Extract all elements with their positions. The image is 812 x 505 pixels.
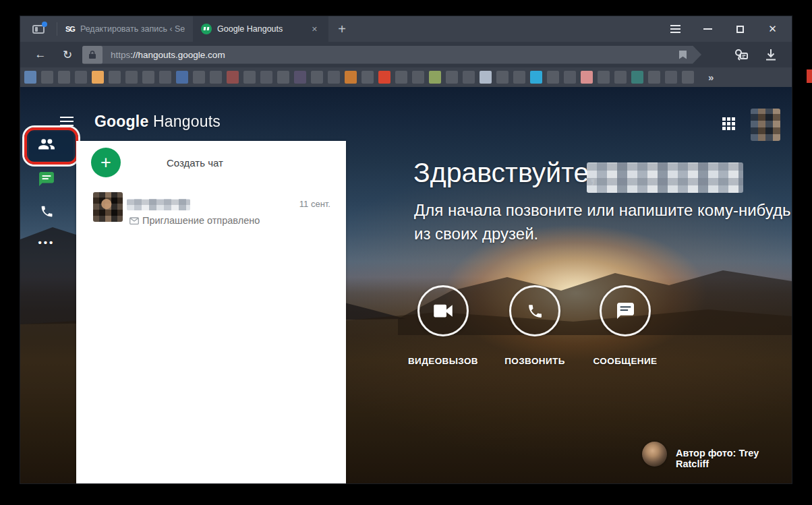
tab-title: Google Hangouts [217, 24, 303, 34]
bookmark-favicon[interactable] [496, 71, 509, 84]
bookmark-favicon[interactable] [361, 71, 374, 84]
bookmark-favicon[interactable] [530, 71, 542, 84]
bookmark-favicon[interactable] [159, 71, 171, 84]
message-icon [617, 303, 634, 319]
phone-icon [527, 303, 544, 320]
bookmark-favicon[interactable] [294, 71, 306, 84]
lock-chip[interactable] [82, 46, 103, 64]
bookmark-favicon[interactable] [564, 71, 576, 84]
sidebar-chat-button[interactable] [20, 172, 73, 186]
sidebar-more-button[interactable]: ••• [20, 237, 73, 248]
google-apps-grid-icon[interactable] [722, 117, 735, 130]
tab-title: Редактировать запись ‹ Se [80, 24, 185, 34]
more-options-icon: ••• [38, 237, 55, 248]
window-controls: ✕ [670, 16, 792, 42]
contact-name-blurred [127, 199, 190, 210]
bookmark-favicon[interactable] [24, 71, 36, 84]
bookmark-favicon[interactable] [58, 71, 70, 84]
maximize-button[interactable] [734, 24, 746, 35]
favicon-row [24, 71, 699, 84]
new-tab-button[interactable]: + [328, 16, 355, 42]
greeting-subtitle: Для начала позвоните или напишите кому-н… [414, 198, 792, 245]
bookmark-favicon[interactable] [176, 71, 188, 84]
bookmark-favicon[interactable] [631, 71, 643, 84]
phone-icon [40, 204, 54, 218]
bookmark-flag-icon[interactable] [679, 51, 687, 59]
bookmark-favicon[interactable] [614, 71, 627, 84]
bookmark-favicon[interactable] [277, 71, 289, 84]
contact-date: 11 сент. [299, 199, 330, 209]
bookmark-favicon[interactable] [395, 71, 407, 84]
bookmark-favicon[interactable] [463, 71, 475, 84]
back-button[interactable]: ← [27, 48, 54, 61]
bookmark-favicon[interactable] [412, 71, 424, 84]
bookmark-favicon[interactable] [142, 71, 154, 84]
bookmark-favicon[interactable] [41, 71, 53, 84]
create-chat-label: Создать чат [167, 157, 223, 169]
contact-list-item[interactable]: 11 сент. Приглашение отправлено [76, 185, 346, 233]
bookmark-favicon[interactable] [109, 71, 121, 84]
sidebar-panel-button[interactable] [20, 16, 57, 42]
sidebar-phone-button[interactable] [20, 204, 73, 218]
bookmark-favicon[interactable] [75, 71, 87, 84]
bookmark-favicon[interactable] [513, 71, 525, 84]
bookmark-favicon[interactable] [193, 71, 205, 84]
create-chat-row[interactable]: + Создать чат [76, 141, 346, 184]
bookmark-favicon[interactable] [378, 71, 390, 84]
reload-button[interactable]: ↻ [54, 48, 81, 62]
sg-favicon: SG [65, 25, 75, 33]
bookmark-favicon[interactable] [648, 71, 660, 84]
screenshot-stage: SG Редактировать запись ‹ Se Google Hang… [0, 0, 812, 505]
hangouts-menu-icon[interactable] [60, 117, 74, 126]
bookmark-favicon[interactable] [125, 71, 138, 84]
tab-google-hangouts[interactable]: Google Hangouts ✕ [193, 16, 328, 42]
bookmarks-bar: » [20, 67, 792, 87]
call-button[interactable] [509, 285, 560, 336]
notification-dot [42, 22, 47, 27]
address-bar[interactable]: https://hangouts.google.com [82, 46, 701, 64]
passwords-icon[interactable] [734, 48, 749, 61]
browser-window: SG Редактировать запись ‹ Se Google Hang… [20, 16, 792, 483]
toolbar-right-icons [734, 48, 792, 61]
red-highlight-annotation [24, 127, 78, 165]
bookmark-favicon[interactable] [243, 71, 256, 84]
contact-avatar [93, 192, 123, 222]
bookmark-favicon[interactable] [682, 71, 694, 84]
hangouts-logo: Google Hangouts [94, 113, 221, 131]
bookmark-favicon[interactable] [446, 71, 458, 84]
bookmark-favicon[interactable] [210, 71, 222, 84]
bookmark-favicon[interactable] [345, 71, 357, 84]
desktop-fragment [807, 69, 812, 83]
bookmark-favicon[interactable] [429, 71, 441, 84]
bookmark-favicon[interactable] [311, 71, 323, 84]
close-button[interactable]: ✕ [767, 24, 778, 35]
download-icon[interactable] [765, 49, 777, 61]
photographer-avatar [642, 442, 667, 467]
logo-hangouts: Hangouts [153, 113, 221, 130]
message-label: СООБЩЕНИЕ [571, 356, 679, 366]
tab-editor[interactable]: SG Редактировать запись ‹ Se [57, 16, 193, 42]
minimize-button[interactable] [702, 24, 714, 35]
greeting-name-blurred [587, 162, 743, 193]
account-avatar[interactable] [751, 109, 780, 141]
videocam-icon [433, 303, 453, 318]
bookmark-favicon[interactable] [92, 71, 104, 84]
bookmark-favicon[interactable] [227, 71, 239, 84]
plus-icon[interactable]: + [91, 148, 121, 177]
chat-icon [39, 172, 54, 186]
tab-close-icon[interactable]: ✕ [309, 24, 320, 35]
message-button[interactable] [600, 285, 651, 336]
video-call-button[interactable] [417, 285, 469, 336]
bookmark-favicon[interactable] [547, 71, 559, 84]
bookmark-favicon[interactable] [260, 71, 272, 84]
bookmark-favicon[interactable] [665, 71, 677, 84]
bookmark-favicon[interactable] [581, 71, 593, 84]
bookmarks-overflow-icon[interactable]: » [708, 71, 714, 83]
bookmark-favicon[interactable] [598, 71, 610, 84]
bookmark-favicon[interactable] [480, 71, 492, 84]
browser-menu-icon[interactable] [670, 24, 681, 35]
bookmark-favicon[interactable] [328, 71, 340, 84]
lock-icon [88, 50, 96, 59]
invitation-icon [129, 216, 139, 225]
url-text: https://hangouts.google.com [111, 50, 225, 60]
